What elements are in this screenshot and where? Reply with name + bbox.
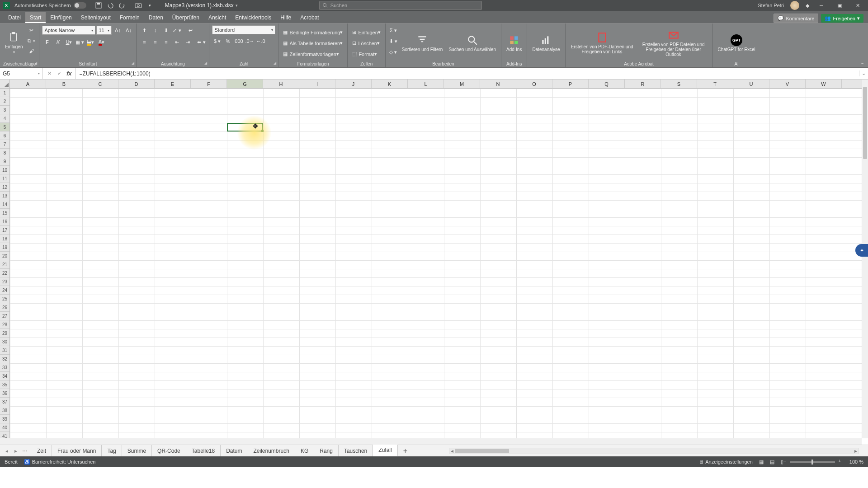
cell-grid[interactable]: ✥ [10, 89, 862, 438]
row-header[interactable]: 11 [0, 174, 9, 183]
percent-icon[interactable]: % [223, 36, 233, 46]
row-header[interactable]: 22 [0, 269, 9, 277]
redo-icon[interactable] [117, 1, 127, 10]
name-box[interactable]: G5▾ [0, 68, 43, 79]
camera-icon[interactable] [133, 1, 143, 10]
restore-icon[interactable]: ▣ [834, 1, 845, 10]
col-header[interactable]: G [227, 80, 263, 88]
col-header[interactable]: E [155, 80, 191, 88]
sheet-tab[interactable]: Rang [314, 445, 339, 456]
selected-cell[interactable] [227, 123, 263, 131]
number-format-combo[interactable]: Standard▾ [212, 25, 275, 34]
col-header[interactable]: O [516, 80, 552, 88]
pdf-outlook-button[interactable]: Erstellen von PDF-Dateien und Freigeben … [637, 25, 710, 61]
vertical-scrollbar[interactable] [862, 80, 868, 438]
sheet-tab[interactable]: QR-Code [152, 445, 186, 456]
row-header[interactable]: 15 [0, 209, 9, 217]
enter-formula-icon[interactable]: ✓ [55, 69, 64, 78]
col-header[interactable]: K [372, 80, 408, 88]
comma-icon[interactable]: 000 [234, 36, 244, 46]
clear-icon[interactable]: ◇ ▾ [388, 47, 398, 57]
row-header[interactable]: 8 [0, 149, 9, 157]
sheet-nav-next-icon[interactable]: ▸ [12, 448, 20, 454]
avatar[interactable] [790, 1, 799, 10]
row-header[interactable]: 39 [0, 415, 9, 423]
align-left-icon[interactable]: ≡ [139, 37, 149, 47]
format-table-button[interactable]: ▦ Als Tabelle formatieren ▾ [281, 38, 344, 48]
search-input[interactable]: Suchen [319, 1, 482, 10]
sheet-nav-menu-icon[interactable]: ⋯ [21, 448, 29, 454]
sheet-tab[interactable]: Tag [102, 445, 122, 456]
row-header[interactable]: 20 [0, 252, 9, 260]
col-header[interactable]: P [552, 80, 589, 88]
col-header[interactable]: F [191, 80, 227, 88]
close-icon[interactable]: ✕ [852, 1, 863, 10]
row-header[interactable]: 13 [0, 192, 9, 200]
row-header[interactable]: 4 [0, 114, 9, 123]
row-header[interactable]: 28 [0, 320, 9, 329]
zoom-slider[interactable] [790, 461, 835, 463]
cut-icon[interactable]: ✂ [26, 25, 36, 35]
decrease-indent-icon[interactable]: ⇤ [172, 37, 182, 47]
row-header[interactable]: 24 [0, 286, 9, 295]
comments-button[interactable]: 💬 Kommentare [774, 14, 818, 23]
row-header[interactable]: 31 [0, 346, 9, 355]
accessibility-status[interactable]: ♿ Barrierefreiheit: Untersuchen [24, 459, 96, 465]
tab-einfügen[interactable]: Einfügen [46, 12, 76, 23]
view-normal-icon[interactable]: ▦ [759, 459, 764, 465]
tab-formeln[interactable]: Formeln [115, 12, 144, 23]
col-header[interactable]: T [697, 80, 733, 88]
row-header[interactable]: 5 [0, 123, 9, 131]
chatgpt-button[interactable]: GPT ChatGPT for Excel [716, 25, 758, 61]
col-header[interactable]: R [625, 80, 661, 88]
decrease-decimal-icon[interactable]: ←.0 [255, 36, 265, 46]
formula-expand-icon[interactable]: ⌄ [859, 70, 868, 76]
tab-daten[interactable]: Daten [144, 12, 168, 23]
row-header[interactable]: 32 [0, 355, 9, 363]
col-header[interactable]: W [806, 80, 842, 88]
launcher-icon[interactable]: ◢ [34, 61, 37, 65]
zoom-thumb[interactable] [811, 460, 813, 465]
sheet-tab[interactable]: Tabelle18 [186, 445, 221, 456]
row-header[interactable]: 1 [0, 89, 9, 97]
tab-acrobat[interactable]: Acrobat [296, 12, 323, 23]
diamond-icon[interactable]: ◆ [806, 3, 809, 9]
insert-cells-button[interactable]: ⊞ Einfügen ▾ [350, 28, 382, 38]
minimize-icon[interactable]: ─ [816, 1, 827, 10]
sheet-nav-first-icon[interactable]: ◂ [3, 448, 11, 454]
col-header[interactable]: Q [589, 80, 625, 88]
hscroll-right-icon[interactable]: ▸ [853, 448, 859, 454]
row-header[interactable]: 26 [0, 303, 9, 312]
font-name-combo[interactable]: Aptos Narrow▾ [42, 26, 95, 35]
addins-button[interactable]: Add-Ins [504, 25, 524, 61]
pdf-link-button[interactable]: Erstellen von PDF-Dateien und Freigeben … [568, 25, 636, 61]
col-header[interactable]: C [82, 80, 118, 88]
col-header[interactable]: M [444, 80, 480, 88]
align-middle-icon[interactable]: ↕ [150, 25, 160, 35]
find-select-button[interactable]: Suchen und Auswählen [446, 25, 498, 61]
tab-datei[interactable]: Datei [4, 12, 25, 23]
tab-entwicklertools[interactable]: Entwicklertools [231, 12, 276, 23]
row-header[interactable]: 18 [0, 235, 9, 243]
wrap-text-icon[interactable]: ↩ [185, 25, 195, 35]
align-center-icon[interactable]: ≡ [150, 37, 160, 47]
col-header[interactable]: D [118, 80, 155, 88]
row-header[interactable]: 33 [0, 363, 9, 372]
col-header[interactable]: L [408, 80, 444, 88]
copy-icon[interactable]: ⧉ ▾ [26, 36, 36, 46]
row-header[interactable]: 23 [0, 277, 9, 286]
row-header[interactable]: 10 [0, 166, 9, 174]
increase-font-icon[interactable]: A↑ [113, 25, 123, 35]
fill-icon[interactable]: ⬇ ▾ [388, 36, 398, 46]
row-header[interactable]: 29 [0, 329, 9, 338]
col-header[interactable]: V [769, 80, 806, 88]
save-icon[interactable] [94, 1, 104, 10]
row-header[interactable]: 6 [0, 131, 9, 140]
col-header[interactable]: J [335, 80, 372, 88]
tab-hilfe[interactable]: Hilfe [276, 12, 296, 23]
row-header[interactable]: 35 [0, 380, 9, 389]
format-cells-button[interactable]: ⬚ Format ▾ [350, 49, 379, 59]
merge-icon[interactable]: ⬌ ▾ [196, 37, 206, 47]
col-header[interactable]: H [263, 80, 299, 88]
launcher-icon[interactable]: ◢ [274, 61, 276, 65]
